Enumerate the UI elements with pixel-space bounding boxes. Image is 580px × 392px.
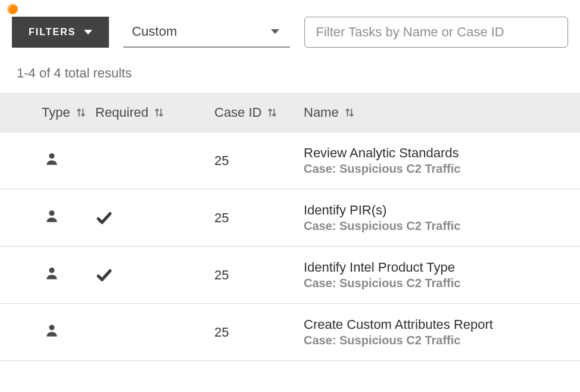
status-indicator-dot	[7, 4, 18, 14]
cell-name: Identify Intel Product Type Case: Suspic…	[304, 260, 580, 290]
column-header-label: Required	[95, 105, 148, 120]
case-subtitle: Case: Suspicious C2 Traffic	[304, 276, 460, 290]
cell-required	[95, 209, 214, 227]
task-name: Identify PIR(s)	[304, 203, 460, 218]
sort-icon	[75, 107, 87, 119]
column-header-name[interactable]: Name	[304, 105, 580, 120]
svg-point-2	[49, 267, 54, 273]
cell-type	[0, 209, 95, 228]
column-header-label: Name	[304, 105, 339, 120]
filters-button-label: FILTERS	[29, 27, 76, 38]
sort-icon	[153, 107, 165, 119]
cell-case-id: 25	[214, 153, 304, 169]
cell-type	[0, 323, 95, 342]
task-name: Create Custom Attributes Report	[304, 317, 493, 332]
search-input[interactable]	[304, 17, 568, 48]
column-header-required[interactable]: Required	[95, 105, 214, 120]
column-header-label: Case ID	[214, 105, 261, 120]
task-name: Identify Intel Product Type	[304, 260, 460, 275]
case-id-value: 25	[214, 325, 229, 340]
table-header-row: Type Required Case ID Name	[0, 93, 580, 132]
user-icon	[44, 323, 60, 342]
results-count: 1-4 of 4 total results	[0, 62, 580, 93]
chevron-down-icon	[271, 29, 279, 34]
check-icon	[95, 209, 113, 227]
tasks-table: Type Required Case ID Name	[0, 93, 580, 361]
filter-type-value: Custom	[132, 24, 177, 39]
case-subtitle: Case: Suspicious C2 Traffic	[304, 162, 460, 176]
cell-name: Identify PIR(s) Case: Suspicious C2 Traf…	[304, 203, 580, 233]
table-row[interactable]: 25 Identify Intel Product Type Case: Sus…	[0, 247, 580, 304]
cell-case-id: 25	[214, 267, 304, 283]
check-icon	[95, 266, 113, 284]
column-header-type[interactable]: Type	[0, 105, 95, 120]
column-header-case-id[interactable]: Case ID	[214, 105, 304, 120]
svg-point-3	[49, 325, 54, 330]
case-id-value: 25	[214, 153, 229, 169]
cell-required	[95, 266, 214, 284]
cell-case-id: 25	[214, 325, 304, 340]
toolbar: FILTERS Custom	[0, 0, 580, 62]
table-row[interactable]: 25 Review Analytic Standards Case: Suspi…	[0, 132, 580, 189]
case-subtitle: Case: Suspicious C2 Traffic	[304, 219, 460, 233]
cell-case-id: 25	[214, 210, 304, 226]
column-header-label: Type	[42, 105, 70, 120]
svg-point-0	[49, 153, 54, 158]
svg-point-1	[49, 210, 54, 216]
user-icon	[44, 209, 60, 228]
table-body: 25 Review Analytic Standards Case: Suspi…	[0, 132, 580, 361]
task-name: Review Analytic Standards	[304, 145, 460, 161]
table-row[interactable]: 25 Identify PIR(s) Case: Suspicious C2 T…	[0, 189, 580, 247]
sort-icon	[266, 107, 278, 119]
user-icon	[44, 266, 60, 285]
cell-name: Create Custom Attributes Report Case: Su…	[304, 317, 580, 347]
case-subtitle: Case: Suspicious C2 Traffic	[304, 334, 493, 347]
cell-name: Review Analytic Standards Case: Suspicio…	[304, 145, 580, 176]
filters-button[interactable]: FILTERS	[12, 17, 109, 48]
cell-type	[0, 266, 95, 285]
case-id-value: 25	[214, 267, 229, 283]
filter-type-select[interactable]: Custom	[123, 17, 290, 48]
cell-type	[0, 151, 95, 170]
case-id-value: 25	[214, 210, 229, 226]
table-row[interactable]: 25 Create Custom Attributes Report Case:…	[0, 304, 580, 361]
chevron-down-icon	[84, 30, 92, 35]
sort-icon	[344, 107, 356, 119]
user-icon	[44, 151, 60, 170]
